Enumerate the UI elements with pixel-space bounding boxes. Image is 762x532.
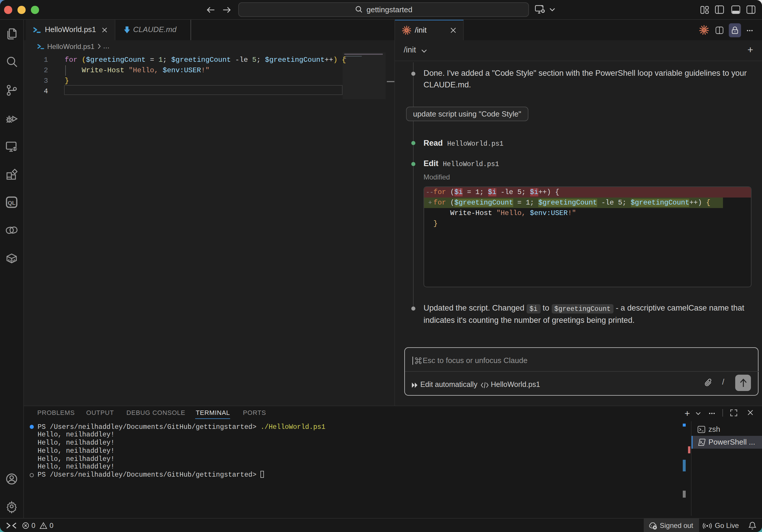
svg-text:QL: QL <box>8 200 16 206</box>
